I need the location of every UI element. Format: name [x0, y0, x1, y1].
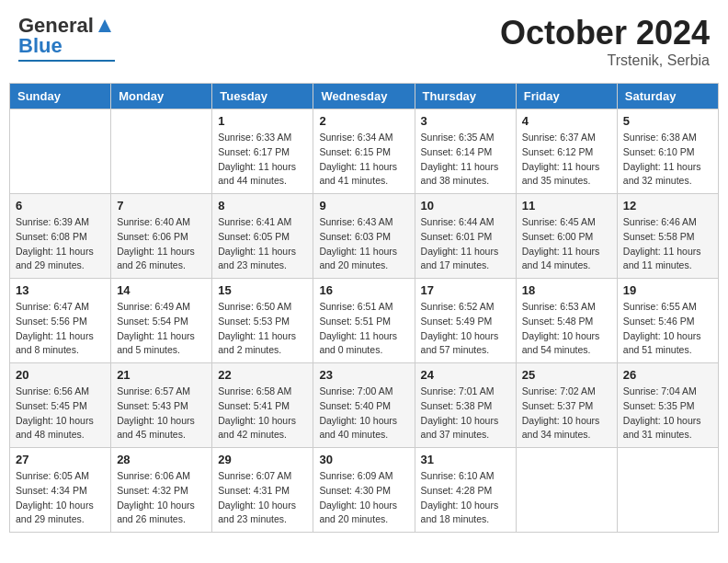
- day-number: 31: [421, 453, 510, 466]
- month-title: October 2024: [500, 14, 710, 52]
- table-row: [617, 448, 718, 533]
- header-monday: Monday: [111, 84, 212, 109]
- logo-triangle-icon: [95, 16, 115, 36]
- day-info: Sunrise: 6:45 AMSunset: 6:00 PMDaylight:…: [522, 215, 611, 273]
- table-row: 16 Sunrise: 6:51 AMSunset: 5:51 PMDaylig…: [313, 279, 415, 363]
- day-number: 6: [16, 199, 105, 213]
- day-number: 1: [218, 114, 307, 128]
- day-number: 2: [319, 114, 408, 128]
- day-number: 3: [421, 114, 510, 128]
- logo: General Blue: [18, 14, 115, 62]
- day-number: 19: [623, 283, 712, 297]
- day-info: Sunrise: 6:47 AMSunset: 5:56 PMDaylight:…: [16, 300, 105, 358]
- day-number: 9: [319, 199, 408, 213]
- table-row: 27 Sunrise: 6:05 AMSunset: 4:34 PMDaylig…: [10, 448, 111, 533]
- header-tuesday: Tuesday: [212, 84, 313, 109]
- header-friday: Friday: [516, 84, 617, 109]
- table-row: 3 Sunrise: 6:35 AMSunset: 6:14 PMDayligh…: [415, 109, 516, 194]
- table-row: 18 Sunrise: 6:53 AMSunset: 5:48 PMDaylig…: [516, 279, 617, 363]
- day-info: Sunrise: 6:38 AMSunset: 6:10 PMDaylight:…: [623, 131, 712, 189]
- day-info: Sunrise: 6:05 AMSunset: 4:34 PMDaylight:…: [16, 469, 105, 527]
- day-number: 30: [319, 453, 408, 466]
- location-subtitle: Trstenik, Serbia: [500, 52, 710, 69]
- day-number: 29: [218, 453, 307, 466]
- day-info: Sunrise: 6:39 AMSunset: 6:08 PMDaylight:…: [16, 215, 105, 273]
- day-info: Sunrise: 6:41 AMSunset: 6:05 PMDaylight:…: [218, 215, 307, 273]
- day-info: Sunrise: 6:35 AMSunset: 6:14 PMDaylight:…: [421, 131, 510, 189]
- table-row: 15 Sunrise: 6:50 AMSunset: 5:53 PMDaylig…: [212, 279, 313, 363]
- day-number: 26: [623, 368, 712, 382]
- table-row: 19 Sunrise: 6:55 AMSunset: 5:46 PMDaylig…: [617, 279, 718, 363]
- header-wednesday: Wednesday: [313, 84, 415, 109]
- page-header: General Blue October 2024 Trstenik, Serb…: [9, 9, 719, 74]
- header-sunday: Sunday: [10, 84, 111, 109]
- table-row: 21 Sunrise: 6:57 AMSunset: 5:43 PMDaylig…: [111, 363, 212, 448]
- day-info: Sunrise: 6:58 AMSunset: 5:41 PMDaylight:…: [218, 385, 307, 442]
- day-number: 28: [117, 453, 206, 466]
- table-row: 28 Sunrise: 6:06 AMSunset: 4:32 PMDaylig…: [111, 448, 212, 533]
- table-row: 30 Sunrise: 6:09 AMSunset: 4:30 PMDaylig…: [313, 448, 415, 533]
- table-row: 9 Sunrise: 6:43 AMSunset: 6:03 PMDayligh…: [313, 194, 415, 279]
- table-row: 29 Sunrise: 6:07 AMSunset: 4:31 PMDaylig…: [212, 448, 313, 533]
- table-row: [10, 109, 111, 194]
- day-number: 16: [319, 283, 408, 297]
- table-row: [516, 448, 617, 533]
- day-number: 25: [522, 368, 611, 382]
- day-info: Sunrise: 6:50 AMSunset: 5:53 PMDaylight:…: [218, 300, 307, 358]
- calendar-header-row: Sunday Monday Tuesday Wednesday Thursday…: [10, 84, 719, 109]
- day-info: Sunrise: 6:10 AMSunset: 4:28 PMDaylight:…: [421, 469, 510, 527]
- day-number: 17: [421, 283, 510, 297]
- day-info: Sunrise: 6:55 AMSunset: 5:46 PMDaylight:…: [623, 300, 712, 358]
- day-number: 11: [522, 199, 611, 213]
- table-row: 22 Sunrise: 6:58 AMSunset: 5:41 PMDaylig…: [212, 363, 313, 448]
- day-info: Sunrise: 6:37 AMSunset: 6:12 PMDaylight:…: [522, 131, 611, 189]
- day-number: 12: [623, 199, 712, 213]
- table-row: 24 Sunrise: 7:01 AMSunset: 5:38 PMDaylig…: [415, 363, 516, 448]
- table-row: 25 Sunrise: 7:02 AMSunset: 5:37 PMDaylig…: [516, 363, 617, 448]
- header-saturday: Saturday: [617, 84, 718, 109]
- table-row: 31 Sunrise: 6:10 AMSunset: 4:28 PMDaylig…: [415, 448, 516, 533]
- table-row: 26 Sunrise: 7:04 AMSunset: 5:35 PMDaylig…: [617, 363, 718, 448]
- day-number: 24: [421, 368, 510, 382]
- calendar-week-3: 13 Sunrise: 6:47 AMSunset: 5:56 PMDaylig…: [10, 279, 719, 363]
- day-number: 5: [623, 114, 712, 128]
- day-number: 23: [319, 368, 408, 382]
- day-number: 10: [421, 199, 510, 213]
- calendar-week-5: 27 Sunrise: 6:05 AMSunset: 4:34 PMDaylig…: [10, 448, 719, 533]
- day-info: Sunrise: 7:00 AMSunset: 5:40 PMDaylight:…: [319, 385, 408, 442]
- day-number: 7: [117, 199, 206, 213]
- table-row: 5 Sunrise: 6:38 AMSunset: 6:10 PMDayligh…: [617, 109, 718, 194]
- table-row: 10 Sunrise: 6:44 AMSunset: 6:01 PMDaylig…: [415, 194, 516, 279]
- day-info: Sunrise: 6:57 AMSunset: 5:43 PMDaylight:…: [117, 385, 206, 442]
- table-row: 12 Sunrise: 6:46 AMSunset: 5:58 PMDaylig…: [617, 194, 718, 279]
- day-info: Sunrise: 6:52 AMSunset: 5:49 PMDaylight:…: [421, 300, 510, 358]
- calendar-week-2: 6 Sunrise: 6:39 AMSunset: 6:08 PMDayligh…: [10, 194, 719, 279]
- table-row: 7 Sunrise: 6:40 AMSunset: 6:06 PMDayligh…: [111, 194, 212, 279]
- table-row: 17 Sunrise: 6:52 AMSunset: 5:49 PMDaylig…: [415, 279, 516, 363]
- header-thursday: Thursday: [415, 84, 516, 109]
- day-info: Sunrise: 6:46 AMSunset: 5:58 PMDaylight:…: [623, 215, 712, 273]
- day-info: Sunrise: 6:49 AMSunset: 5:54 PMDaylight:…: [117, 300, 206, 358]
- day-info: Sunrise: 6:44 AMSunset: 6:01 PMDaylight:…: [421, 215, 510, 273]
- day-number: 21: [117, 368, 206, 382]
- day-info: Sunrise: 6:51 AMSunset: 5:51 PMDaylight:…: [319, 300, 408, 358]
- table-row: 11 Sunrise: 6:45 AMSunset: 6:00 PMDaylig…: [516, 194, 617, 279]
- table-row: 1 Sunrise: 6:33 AMSunset: 6:17 PMDayligh…: [212, 109, 313, 194]
- calendar-table: Sunday Monday Tuesday Wednesday Thursday…: [9, 83, 719, 533]
- calendar-week-1: 1 Sunrise: 6:33 AMSunset: 6:17 PMDayligh…: [10, 109, 719, 194]
- day-info: Sunrise: 7:04 AMSunset: 5:35 PMDaylight:…: [623, 385, 712, 442]
- day-number: 8: [218, 199, 307, 213]
- day-info: Sunrise: 7:02 AMSunset: 5:37 PMDaylight:…: [522, 385, 611, 442]
- day-info: Sunrise: 6:56 AMSunset: 5:45 PMDaylight:…: [16, 385, 105, 442]
- day-number: 14: [117, 283, 206, 297]
- logo-text-blue: Blue: [18, 34, 63, 58]
- table-row: [111, 109, 212, 194]
- day-info: Sunrise: 6:07 AMSunset: 4:31 PMDaylight:…: [218, 469, 307, 527]
- day-info: Sunrise: 6:40 AMSunset: 6:06 PMDaylight:…: [117, 215, 206, 273]
- table-row: 13 Sunrise: 6:47 AMSunset: 5:56 PMDaylig…: [10, 279, 111, 363]
- day-number: 20: [16, 368, 105, 382]
- table-row: 23 Sunrise: 7:00 AMSunset: 5:40 PMDaylig…: [313, 363, 415, 448]
- table-row: 4 Sunrise: 6:37 AMSunset: 6:12 PMDayligh…: [516, 109, 617, 194]
- day-info: Sunrise: 6:53 AMSunset: 5:48 PMDaylight:…: [522, 300, 611, 358]
- svg-marker-0: [98, 19, 111, 32]
